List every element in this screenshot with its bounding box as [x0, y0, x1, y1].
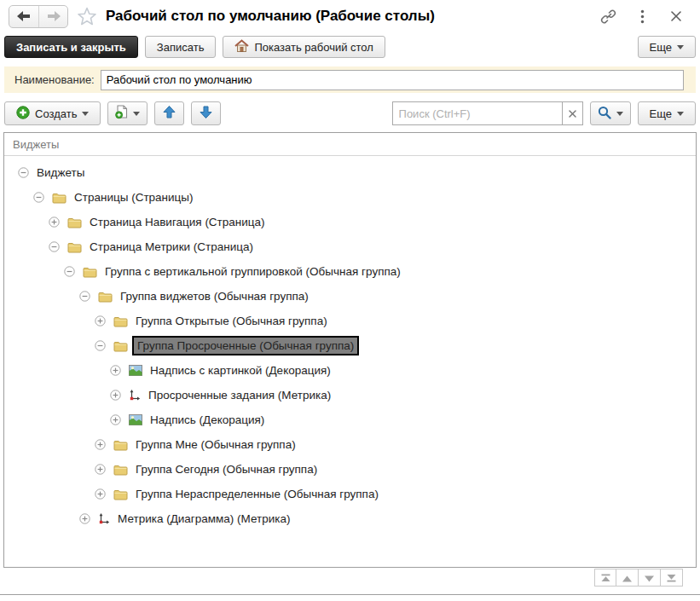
link-icon[interactable]: [599, 8, 616, 25]
search-box: [392, 101, 583, 125]
expand-icon[interactable]: [95, 439, 106, 450]
expand-icon[interactable]: [95, 315, 106, 327]
expand-icon[interactable]: [110, 365, 121, 376]
collapse-icon[interactable]: [18, 167, 29, 178]
arrow-down-icon: [199, 105, 213, 122]
collapse-icon[interactable]: [95, 340, 106, 351]
search-input[interactable]: [392, 101, 563, 125]
forward-button[interactable]: [38, 6, 67, 27]
tree-row[interactable]: Группа Мне (Обычная группа): [4, 432, 696, 457]
more-button-tree[interactable]: Еще: [638, 101, 696, 125]
form-window: Рабочий стол по умолчанию (Рабочие столы…: [0, 0, 700, 595]
clear-search-icon[interactable]: [563, 101, 583, 125]
magnifier-icon: [598, 106, 611, 122]
show-desktop-button[interactable]: Показать рабочий стол: [223, 36, 385, 58]
tree-row[interactable]: Группа с вертикальной группировкой (Обыч…: [4, 259, 696, 284]
scroll-up-button[interactable]: [616, 569, 639, 587]
move-up-button[interactable]: [154, 101, 184, 125]
tree-row[interactable]: Группа Открытые (Обычная группа): [4, 309, 696, 333]
tree-node-label: Группа Открытые (Обычная группа): [136, 315, 327, 327]
folder-icon: [113, 464, 128, 476]
tree-row[interactable]: Группа Просроченные (Обычная группа): [4, 333, 696, 358]
show-desktop-label: Показать рабочий стол: [254, 41, 373, 54]
chevron-down-icon: [677, 45, 684, 53]
close-icon[interactable]: [668, 8, 685, 25]
back-icon: [17, 9, 31, 25]
history-nav: [9, 5, 68, 28]
more-label: Еще: [650, 107, 672, 120]
folder-icon: [113, 488, 128, 500]
tree-node-label: Группа Нераспределенные (Обычная группа): [136, 488, 379, 500]
search-settings-button[interactable]: [590, 101, 631, 125]
tree-node-label: Надпись с картинкой (Декорация): [150, 364, 331, 377]
folder-icon: [113, 315, 128, 327]
tree-row[interactable]: Группа Сегодня (Обычная группа): [4, 457, 696, 482]
copy-document-icon: [115, 105, 128, 122]
scroll-down-button[interactable]: [639, 569, 661, 587]
metric-icon: [129, 390, 141, 402]
scroll-to-top-icon: [600, 570, 611, 586]
more-label: Еще: [650, 41, 672, 54]
expand-icon[interactable]: [79, 513, 90, 524]
name-input[interactable]: [101, 70, 684, 90]
save-and-close-button[interactable]: Записать и закрыть: [4, 36, 138, 58]
name-field-label: Наименование:: [14, 73, 95, 86]
tree-row[interactable]: Страница Навигация (Страница): [4, 210, 696, 234]
main-toolbar: Записать и закрыть Записать Показать раб…: [4, 36, 696, 58]
tree-row[interactable]: Группа виджетов (Обычная группа): [4, 284, 696, 309]
more-menu-icon[interactable]: [633, 8, 651, 25]
arrow-up-icon: [162, 105, 176, 122]
folder-icon: [83, 266, 97, 278]
scroll-bottom-button[interactable]: [661, 569, 683, 587]
tree-row[interactable]: Надпись (Декорация): [4, 407, 696, 432]
tree-node-label: Группа Сегодня (Обычная группа): [136, 463, 317, 476]
tree-row[interactable]: Страницы (Страницы): [4, 185, 696, 210]
tree-row[interactable]: Виджеты: [4, 160, 696, 185]
tree-row[interactable]: Просроченные задания (Метрика): [4, 383, 696, 407]
favorite-star-icon[interactable]: [77, 6, 97, 30]
scroll-to-bottom-icon: [666, 570, 677, 586]
scroll-top-button[interactable]: [594, 569, 616, 587]
tree-row[interactable]: Надпись с картинкой (Декорация): [4, 358, 696, 383]
scroll-up-icon: [622, 570, 633, 586]
chevron-down-icon: [677, 112, 684, 119]
tree-node-label: Просроченные задания (Метрика): [148, 389, 331, 402]
folder-icon: [52, 192, 67, 204]
tree-node-label: Группа Просроченные (Обычная группа): [132, 336, 359, 355]
name-field-row: Наименование:: [4, 66, 696, 93]
expand-icon[interactable]: [95, 464, 106, 475]
move-down-button[interactable]: [191, 101, 221, 125]
tree-row[interactable]: Страница Метрики (Страница): [4, 234, 696, 259]
tree-node-label: Метрика (Диаграмма) (Метрика): [118, 512, 291, 525]
collapse-icon[interactable]: [49, 241, 60, 252]
folder-icon: [98, 291, 113, 303]
create-label: Создать: [35, 107, 77, 120]
collapse-icon[interactable]: [79, 291, 90, 302]
plus-circle-icon: [16, 106, 30, 122]
form-header: Рабочий стол по умолчанию (Рабочие столы…: [0, 0, 700, 32]
expand-icon[interactable]: [49, 217, 60, 228]
more-button-top[interactable]: Еще: [638, 36, 696, 58]
tree-node-label: Виджеты: [37, 166, 84, 179]
back-button[interactable]: [9, 6, 38, 27]
tree-row[interactable]: Метрика (Диаграмма) (Метрика): [4, 506, 696, 531]
tree-row[interactable]: Группа Нераспределенные (Обычная группа): [4, 482, 696, 506]
expand-icon[interactable]: [110, 390, 121, 401]
save-button[interactable]: Записать: [145, 36, 217, 58]
chevron-down-icon: [133, 112, 140, 119]
tree-node-label: Группа с вертикальной группировкой (Обыч…: [105, 265, 401, 278]
picture-icon: [129, 414, 142, 425]
expand-icon[interactable]: [110, 414, 121, 425]
collapse-icon[interactable]: [64, 266, 75, 277]
folder-icon: [67, 241, 82, 253]
copy-button[interactable]: [107, 101, 148, 125]
folder-icon: [67, 217, 82, 228]
page-title: Рабочий стол по умолчанию (Рабочие столы…: [106, 0, 435, 32]
create-button[interactable]: Создать: [4, 101, 101, 125]
expand-icon[interactable]: [95, 488, 106, 500]
collapse-icon[interactable]: [33, 192, 44, 203]
home-icon: [234, 39, 249, 55]
scroll-nav: [594, 569, 683, 587]
tree-node-label: Страница Метрики (Страница): [90, 240, 253, 253]
chevron-down-icon: [82, 112, 89, 119]
